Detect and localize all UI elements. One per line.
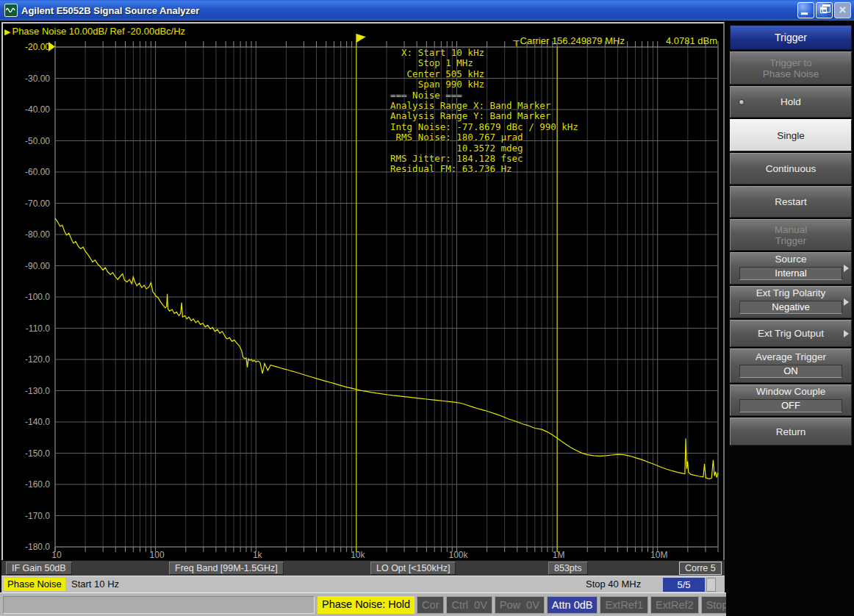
active-trace-icon: ▶ <box>4 27 10 36</box>
app-window: Agilent E5052B Signal Source Analyzer ✕ … <box>0 0 854 616</box>
y-axis-label: -50.00 <box>9 136 50 146</box>
taskbar-measurement-status: Phase Noise: Hold <box>317 596 415 614</box>
taskbar-pow-indicator: Pow 0V <box>495 596 545 614</box>
x-axis-label: 1k <box>235 550 279 560</box>
freq-band-status: Freq Band [99M-1.5GHz] <box>169 562 284 575</box>
carrier-power: 4.0781 dBm <box>666 35 717 46</box>
taskbar-ctrl-indicator: Ctrl 0V <box>446 596 492 614</box>
status-row-settings: IF Gain 50dB Freq Band [99M-1.5GHz] LO O… <box>1 560 725 576</box>
y-axis-label: -130.0 <box>9 386 50 396</box>
carrier-readout: ┬ Carrier 156.249879 MHz 4.0781 dBm <box>513 35 717 46</box>
y-axis-label: -70.00 <box>9 198 50 209</box>
if-gain-status: IF Gain 50dB <box>6 562 72 575</box>
close-button: ✕ <box>834 2 851 18</box>
y-axis-label: -80.00 <box>9 229 50 240</box>
y-axis-label: -40.00 <box>9 104 50 115</box>
page-spacer <box>706 578 716 592</box>
sweep-start: Start 10 Hz <box>71 579 119 590</box>
minimize-icon <box>801 12 808 15</box>
y-axis-label: -160.0 <box>9 479 50 490</box>
softkey-menu-title: Trigger <box>730 25 852 50</box>
window-title: Agilent E5052B Signal Source Analyzer <box>21 5 199 16</box>
x-axis-label: 100k <box>436 550 480 560</box>
minimize-button[interactable] <box>797 2 814 18</box>
sweep-stop: Stop 40 MHz <box>586 579 641 590</box>
carrier-marker-icon: ┬ <box>513 35 520 46</box>
x-axis-label: 10 <box>35 550 79 560</box>
close-icon: ✕ <box>835 4 850 15</box>
titlebar: Agilent E5052B Signal Source Analyzer ✕ <box>0 0 854 21</box>
y-axis-label: -120.0 <box>9 354 50 365</box>
submenu-arrow-icon <box>844 330 849 337</box>
trace-header: ▶Phase Noise 10.00dB/ Ref -20.00dBc/Hz <box>4 26 185 37</box>
y-axis-label: -30.00 <box>9 74 50 84</box>
info-panel: X: Start 10 kHz Stop 1 MHz Center 505 kH… <box>390 48 578 175</box>
softkey-source[interactable]: Source Internal <box>730 252 852 284</box>
y-axis-label: -20.00 <box>9 42 50 52</box>
y-axis-label: -150.0 <box>9 448 50 459</box>
average-trigger-value: ON <box>739 365 842 378</box>
carrier-frequency: 156.249879 MHz <box>552 35 625 46</box>
x-axis-label: 100 <box>135 550 179 560</box>
radio-selected-icon <box>739 99 744 105</box>
source-value: Internal <box>739 267 842 280</box>
y-axis-label: -140.0 <box>9 417 50 427</box>
softkey-average-trigger[interactable]: Average Trigger ON <box>730 348 852 383</box>
x-axis-label: 10M <box>637 550 681 560</box>
correction-status: Corre 5 <box>679 562 722 575</box>
softkey-continuous[interactable]: Continuous <box>730 153 852 185</box>
submenu-arrow-icon <box>844 298 849 306</box>
softkey-single[interactable]: Single <box>730 119 852 151</box>
softkey-sidebar: Trigger Trigger to Phase Noise Hold Sing… <box>726 21 854 616</box>
mode-badge: Phase Noise <box>4 578 65 591</box>
trace-header-label: Phase Noise 10.00dB/ Ref -20.00dBc/Hz <box>12 26 185 37</box>
page-indicator: 5/5 <box>663 578 705 592</box>
ext-trig-polarity-value: Negative <box>739 301 842 314</box>
restore-button[interactable] <box>816 2 833 18</box>
status-row-sweep: Phase Noise Start 10 Hz Stop 40 MHz 5/5 <box>1 576 725 592</box>
restore-icon <box>820 7 827 13</box>
x-axis-label: 10k <box>336 550 380 560</box>
softkey-hold[interactable]: Hold <box>730 86 852 118</box>
taskbar-extref2-indicator: ExtRef2 <box>650 596 699 614</box>
taskbar-cor-indicator: Cor <box>417 596 444 614</box>
softkey-ext-trig-output[interactable]: Ext Trig Output <box>730 320 852 347</box>
measurement-display <box>1 22 725 592</box>
lo-opt-status: LO Opt [<150kHz] <box>370 562 456 575</box>
y-axis-label: -110.0 <box>9 323 50 334</box>
x-axis-label: 1M <box>537 550 581 560</box>
submenu-arrow-icon <box>844 265 849 272</box>
softkey-manual-trigger: Manual Trigger <box>730 219 852 251</box>
softkey-ext-trig-polarity[interactable]: Ext Trig Polarity Negative <box>730 286 852 318</box>
y-axis-label: -90.00 <box>9 261 50 271</box>
carrier-label: Carrier <box>520 35 550 46</box>
window-couple-value: OFF <box>739 399 842 412</box>
points-status: 853pts <box>548 562 588 575</box>
taskbar-extref1-indicator: ExtRef1 <box>600 596 648 614</box>
softkey-trigger-to-phase-noise: Trigger to Phase Noise <box>730 51 852 85</box>
app-icon <box>4 4 18 17</box>
y-axis-label: -100.0 <box>9 292 50 302</box>
taskbar-attn-indicator: Attn 0dB <box>547 596 598 614</box>
softkey-return[interactable]: Return <box>730 418 852 445</box>
softkey-window-couple[interactable]: Window Couple OFF <box>730 384 852 416</box>
y-axis-label: -60.00 <box>9 167 50 177</box>
taskbar-tray <box>3 596 315 614</box>
softkey-restart[interactable]: Restart <box>730 186 852 218</box>
y-axis-label: -170.0 <box>9 511 50 521</box>
